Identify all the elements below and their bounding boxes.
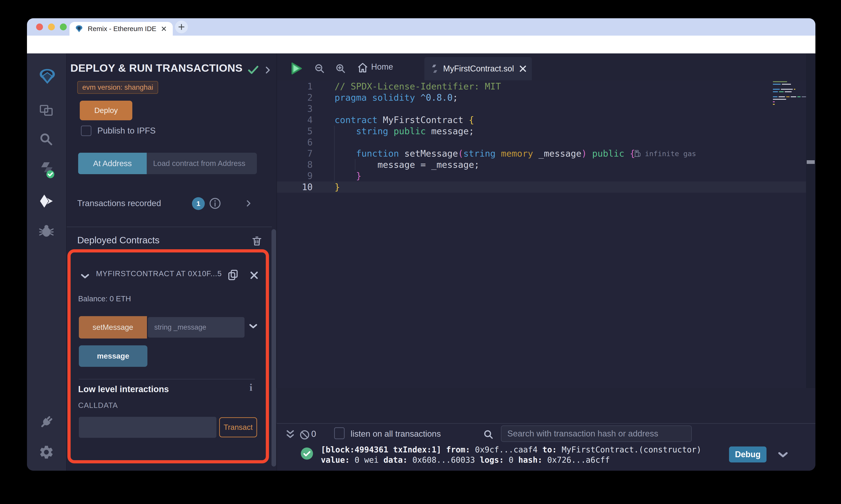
copy-icon[interactable] xyxy=(227,268,240,281)
traffic-light-maximize[interactable] xyxy=(60,23,67,30)
transaction-log[interactable]: [block:4994361 txIndex:1] from: 0x9cf...… xyxy=(321,445,728,465)
gas-annotation: infinite gas xyxy=(634,148,696,159)
terminal-search-input[interactable] xyxy=(501,426,692,442)
code-line-1[interactable]: 1// SPDX-License-Identifier: MIT xyxy=(277,81,806,92)
screenshot-root: Remix - Ethereum IDE remix.ethereum.org/… xyxy=(0,0,841,504)
traffic-light-minimize[interactable] xyxy=(48,23,55,30)
code-line-6[interactable]: 6 xyxy=(277,137,806,148)
browser-tab[interactable]: Remix - Ethereum IDE xyxy=(69,22,173,36)
transactions-expand-chevron-icon[interactable] xyxy=(244,199,253,208)
deployed-contracts-title: Deployed Contracts xyxy=(77,235,159,246)
new-tab-button[interactable] xyxy=(175,20,188,33)
deployed-contract-title: MYFIRSTCONTRACT AT 0X10F...5 xyxy=(96,269,223,278)
file-explorer-icon[interactable] xyxy=(38,103,55,119)
calldata-label: CALLDATA xyxy=(78,401,118,410)
solidity-compiler-icon[interactable] xyxy=(38,161,55,177)
remix-app: DEPLOY & RUN TRANSACTIONS evm version: s… xyxy=(27,53,816,471)
tab-file-active[interactable]: MyFirstContract.sol xyxy=(424,57,532,80)
listen-all-label: listen on all transactions xyxy=(350,429,441,439)
at-address-button[interactable]: At Address xyxy=(78,153,147,174)
zoom-out-icon[interactable] xyxy=(313,62,325,74)
listen-count-badge: 0 xyxy=(311,429,316,439)
remix-favicon-icon xyxy=(75,25,83,33)
terminal-search-icon xyxy=(483,429,494,440)
info-icon[interactable] xyxy=(208,197,222,210)
set-message-button[interactable]: setMessage xyxy=(79,316,147,339)
calldata-input[interactable] xyxy=(79,417,217,438)
contract-collapse-chevron-icon[interactable] xyxy=(80,271,90,282)
transact-button[interactable]: Transact xyxy=(219,417,257,437)
tx-success-check-icon xyxy=(300,447,313,460)
publish-ipfs-checkbox[interactable] xyxy=(81,126,91,136)
code-line-3[interactable]: 3 xyxy=(277,103,806,114)
debug-button[interactable]: Debug xyxy=(729,447,767,463)
code-line-8[interactable]: 8 message = _message; xyxy=(277,159,806,170)
zoom-in-icon[interactable] xyxy=(334,62,346,74)
low-level-title: Low level interactions xyxy=(78,384,169,394)
panel-scrollbar[interactable] xyxy=(272,229,276,467)
solidity-file-icon xyxy=(431,64,439,73)
run-script-play-icon[interactable] xyxy=(290,62,303,75)
tab-title: Remix - Ethereum IDE xyxy=(88,25,160,33)
set-message-input[interactable] xyxy=(148,317,244,338)
browser-tab-strip: Remix - Ethereum IDE xyxy=(27,18,816,36)
tab-close-icon[interactable] xyxy=(160,25,167,32)
editor-scrollbar-thumb[interactable] xyxy=(807,160,815,164)
check-icon xyxy=(247,64,260,76)
browser-toolbar: remix.ethereum.org/#lang=en&optimize=fal… xyxy=(27,36,816,53)
code-line-4[interactable]: 4contract MyFirstContract { xyxy=(277,114,806,126)
icon-rail xyxy=(27,53,66,471)
contract-close-icon[interactable] xyxy=(249,270,259,280)
code-area[interactable]: 1// SPDX-License-Identifier: MIT2pragma … xyxy=(277,80,816,388)
listen-all-checkbox[interactable] xyxy=(334,427,345,439)
plugin-manager-icon[interactable] xyxy=(38,414,55,430)
code-editor: Home MyFirstContract.sol 1// SPDX-Licens… xyxy=(276,53,816,388)
code-line-9[interactable]: 9 } xyxy=(277,170,806,181)
evm-version-badge: evm version: shanghai xyxy=(77,81,158,94)
expand-args-chevron-icon[interactable] xyxy=(248,321,258,331)
settings-gear-icon[interactable] xyxy=(38,444,55,461)
publish-ipfs-label: Publish to IPFS xyxy=(97,126,156,136)
file-tab-close-icon[interactable] xyxy=(518,65,527,73)
code-line-2[interactable]: 2pragma solidity ^0.8.0; xyxy=(277,92,806,103)
editor-tab-bar: Home MyFirstContract.sol xyxy=(277,53,816,80)
editor-overview-ruler xyxy=(806,53,816,388)
tab-home[interactable]: Home xyxy=(371,62,393,72)
code-line-5[interactable]: 5 string public message; xyxy=(277,126,806,137)
remix-logo[interactable] xyxy=(38,67,55,84)
debug-dropdown-chevron-icon[interactable] xyxy=(776,448,789,461)
terminal-panel: 0 listen on all transactions [block:4994… xyxy=(276,423,816,471)
home-icon[interactable] xyxy=(357,61,369,74)
panel-divider xyxy=(67,227,272,227)
panel-title: DEPLOY & RUN TRANSACTIONS xyxy=(70,61,242,74)
collapse-terminal-icon[interactable] xyxy=(284,429,296,440)
transactions-recorded-label: Transactions recorded xyxy=(77,199,161,208)
code-line-7[interactable]: 7 function setMessage(string memory _mes… xyxy=(277,148,806,159)
low-level-info-icon[interactable]: i xyxy=(250,382,252,393)
editor-minimap[interactable] xyxy=(773,81,807,106)
at-address-input[interactable] xyxy=(147,153,257,174)
panel-expand-chevron-icon[interactable] xyxy=(263,65,272,75)
clear-console-icon[interactable] xyxy=(299,429,310,440)
gas-pump-icon xyxy=(634,149,642,158)
deploy-run-panel: DEPLOY & RUN TRANSACTIONS evm version: s… xyxy=(66,53,276,471)
debugger-icon[interactable] xyxy=(38,222,55,239)
browser-window: Remix - Ethereum IDE remix.ethereum.org/… xyxy=(27,18,816,471)
contract-balance: Balance: 0 ETH xyxy=(78,294,131,303)
low-level-divider xyxy=(79,379,255,379)
message-button[interactable]: message xyxy=(79,345,148,367)
trash-icon[interactable] xyxy=(251,235,263,247)
transactions-count-badge: 1 xyxy=(192,197,205,210)
search-icon[interactable] xyxy=(38,131,55,148)
deploy-run-icon[interactable] xyxy=(38,193,55,210)
code-line-10[interactable]: 10} xyxy=(277,181,806,193)
file-tab-label: MyFirstContract.sol xyxy=(443,64,514,73)
traffic-light-close[interactable] xyxy=(36,23,43,30)
deploy-button[interactable]: Deploy xyxy=(80,101,132,120)
